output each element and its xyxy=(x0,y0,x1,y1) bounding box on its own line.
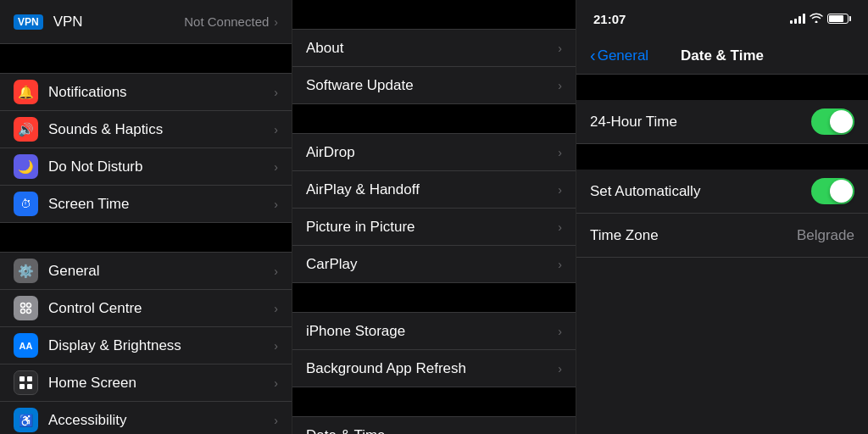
section-gap-1 xyxy=(0,44,292,74)
datetime-chevron: › xyxy=(558,429,562,435)
controlcentre-chevron: › xyxy=(274,302,278,315)
airplay-chevron: › xyxy=(558,183,562,197)
notifications-label: Notifications xyxy=(48,84,274,101)
settings-row-notifications[interactable]: 🔔 Notifications › xyxy=(0,74,292,111)
homescreen-chevron: › xyxy=(274,376,278,390)
svg-rect-6 xyxy=(19,384,25,389)
back-chevron-icon: ‹ xyxy=(590,46,596,65)
homescreen-icon xyxy=(14,370,38,395)
settings-panel-left: VPN VPN Not Connected › 🔔 Notifications … xyxy=(0,0,292,434)
airdrop-chevron: › xyxy=(558,146,562,159)
notifications-chevron: › xyxy=(274,86,278,99)
screentime-icon: ⏱ xyxy=(14,192,38,216)
back-label: General xyxy=(598,47,648,64)
mid-row-softwareupdate[interactable]: Software Update › xyxy=(292,67,576,104)
mid-row-airplay[interactable]: AirPlay & Handoff › xyxy=(292,171,576,209)
bgrefresh-chevron: › xyxy=(558,362,562,376)
mid-row-about[interactable]: About › xyxy=(292,30,576,67)
settings-row-screentime[interactable]: ⏱ Screen Time › xyxy=(0,186,292,223)
timezone-label: Time Zone xyxy=(590,227,797,244)
24hour-row: 24-Hour Time xyxy=(576,100,868,144)
content-gap xyxy=(576,75,868,100)
about-chevron: › xyxy=(558,42,562,55)
accessibility-icon: ♿ xyxy=(14,408,38,432)
setauto-row: Set Automatically xyxy=(576,170,868,214)
settings-row-homescreen[interactable]: Home Screen › xyxy=(0,364,292,402)
svg-point-1 xyxy=(27,303,31,308)
mid-gap-2 xyxy=(292,104,576,134)
timezone-row[interactable]: Time Zone Belgrade xyxy=(576,214,868,258)
page-title: Date & Time xyxy=(681,47,764,64)
mid-row-datetime[interactable]: Date & Time › xyxy=(292,417,576,434)
24hour-label: 24-Hour Time xyxy=(590,114,811,131)
wifi-icon xyxy=(810,12,823,25)
status-bar: 21:07 xyxy=(576,0,868,37)
signal-bar-2 xyxy=(794,19,797,24)
datetime-label: Date & Time xyxy=(306,427,558,435)
dnd-chevron: › xyxy=(274,160,278,174)
accessibility-label: Accessibility xyxy=(48,412,274,429)
screentime-label: Screen Time xyxy=(48,196,274,213)
settings-row-general[interactable]: ⚙️ General › xyxy=(0,253,292,290)
signal-bar-1 xyxy=(790,20,793,24)
carplay-label: CarPlay xyxy=(306,256,558,273)
settings-panel-right: 21:07 xyxy=(576,0,868,434)
pip-chevron: › xyxy=(558,220,562,234)
settings-panel-middle: About › Software Update › AirDrop › AirP… xyxy=(292,0,576,434)
signal-bar-4 xyxy=(803,14,805,24)
mid-gap-3 xyxy=(292,283,576,313)
mid-gap-top xyxy=(292,0,576,30)
mid-row-airdrop[interactable]: AirDrop › xyxy=(292,134,576,171)
settings-row-display[interactable]: AA Display & Brightness › xyxy=(0,327,292,364)
general-chevron: › xyxy=(274,264,278,278)
mid-gap-4 xyxy=(292,387,576,417)
settings-row-controlcentre[interactable]: Control Centre › xyxy=(0,290,292,327)
mid-row-pip[interactable]: Picture in Picture › xyxy=(292,209,576,246)
general-icon: ⚙️ xyxy=(14,259,38,283)
iphonestorage-label: iPhone Storage xyxy=(306,323,558,340)
battery-icon xyxy=(827,14,851,24)
bgrefresh-label: Background App Refresh xyxy=(306,360,558,377)
softwareupdate-chevron: › xyxy=(558,79,562,92)
sounds-label: Sounds & Haptics xyxy=(48,121,274,138)
settings-row-dnd[interactable]: 🌙 Do Not Disturb › xyxy=(0,148,292,186)
setauto-toggle[interactable] xyxy=(811,178,854,204)
dnd-label: Do Not Disturb xyxy=(48,159,274,175)
vpn-row[interactable]: VPN VPN Not Connected › xyxy=(0,0,292,44)
svg-rect-7 xyxy=(27,384,32,389)
vpn-badge: VPN xyxy=(14,14,43,30)
svg-point-3 xyxy=(27,309,31,314)
display-chevron: › xyxy=(274,339,278,353)
back-button[interactable]: ‹ General xyxy=(590,46,648,65)
content-gap-2 xyxy=(576,144,868,170)
24hour-toggle[interactable] xyxy=(811,108,854,135)
svg-point-2 xyxy=(21,309,25,314)
status-time: 21:07 xyxy=(593,12,626,26)
iphonestorage-chevron: › xyxy=(558,325,562,338)
nav-header: ‹ General Date & Time xyxy=(576,37,868,75)
dnd-icon: 🌙 xyxy=(14,154,38,179)
svg-rect-5 xyxy=(27,376,32,381)
airdrop-label: AirDrop xyxy=(306,144,558,161)
svg-point-0 xyxy=(21,303,25,308)
notifications-icon: 🔔 xyxy=(14,80,38,104)
settings-row-sounds[interactable]: 🔊 Sounds & Haptics › xyxy=(0,111,292,148)
general-label: General xyxy=(48,263,274,280)
settings-row-accessibility[interactable]: ♿ Accessibility › xyxy=(0,402,292,434)
vpn-label: VPN xyxy=(53,14,185,31)
mid-row-carplay[interactable]: CarPlay › xyxy=(292,246,576,283)
mid-row-iphonestorage[interactable]: iPhone Storage › xyxy=(292,313,576,350)
svg-rect-4 xyxy=(19,376,25,381)
controlcentre-label: Control Centre xyxy=(48,300,274,317)
vpn-status: Not Connected xyxy=(184,14,269,29)
sounds-icon: 🔊 xyxy=(14,117,38,142)
homescreen-label: Home Screen xyxy=(48,375,274,392)
accessibility-chevron: › xyxy=(274,414,278,427)
display-icon: AA xyxy=(14,333,38,358)
mid-row-bgrefresh[interactable]: Background App Refresh › xyxy=(292,350,576,387)
24hour-toggle-knob xyxy=(830,110,853,133)
status-icons xyxy=(790,12,851,25)
display-label: Display & Brightness xyxy=(48,337,274,354)
vpn-chevron: › xyxy=(274,15,278,29)
signal-bars xyxy=(790,14,805,24)
